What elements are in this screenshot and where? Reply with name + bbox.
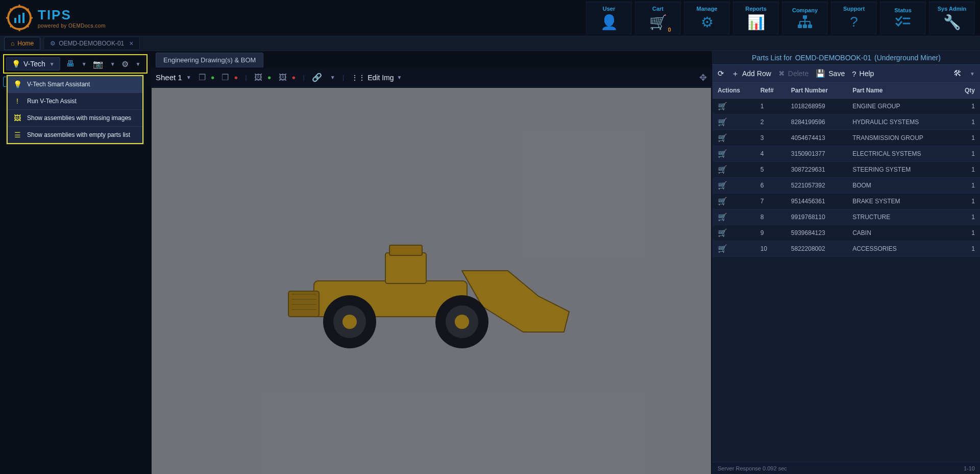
nav-tile-label: Status: [894, 7, 912, 13]
menu-label: Show assemblies with missing images: [27, 114, 131, 122]
parts-header-prefix: Parts List for: [752, 54, 792, 62]
link-icon[interactable]: 🔗: [312, 73, 322, 82]
nav-tile-user[interactable]: User👤: [586, 2, 632, 34]
cell-part-name: CABIN: [847, 225, 953, 241]
cell-qty: 1: [953, 241, 980, 257]
cell-qty: 1: [953, 209, 980, 225]
save-button[interactable]: 💾 Save: [816, 69, 845, 78]
edit-image-button[interactable]: ⋮⋮ Edit Img ▼: [351, 74, 402, 82]
add-to-cart-icon[interactable]: 🛒: [718, 197, 727, 205]
add-to-cart-icon[interactable]: 🛒: [718, 149, 727, 158]
add-to-cart-icon[interactable]: 🛒: [718, 212, 727, 221]
menu-missing-images[interactable]: 🖼 Show assemblies with missing images: [8, 110, 142, 127]
nav-tile-sys-admin[interactable]: Sys Admin🔧: [929, 2, 975, 34]
exclamation-icon: !: [13, 97, 22, 105]
col-actions[interactable]: Actions: [713, 83, 755, 99]
chevron-down-icon[interactable]: ▼: [82, 61, 87, 67]
nav-tile-cart[interactable]: Cart🛒0: [635, 2, 681, 34]
add-to-cart-icon[interactable]: 🛒: [718, 181, 727, 189]
cell-part-name: ELECTRICAL SYSTEMS: [847, 146, 953, 162]
nav-tile-company[interactable]: Company: [782, 2, 828, 34]
add-to-cart-icon[interactable]: 🛒: [718, 133, 727, 142]
table-row[interactable]: 🛒65221057392BOOM1: [713, 178, 980, 194]
cell-ref: 3: [755, 130, 786, 146]
nav-tile-reports[interactable]: Reports📊: [733, 2, 779, 34]
svg-rect-14: [803, 25, 807, 28]
sheet-selector[interactable]: Sheet 1 ▼: [156, 73, 191, 82]
cell-ref: 4: [755, 146, 786, 162]
settings-icon[interactable]: ⚙: [119, 58, 131, 70]
table-row[interactable]: 🛒105822208002ACCESSORIES1: [713, 241, 980, 257]
nav-tile-status[interactable]: Status: [880, 2, 926, 34]
tab-book[interactable]: ⚙ OEMD-DEMOBOOK-01 ×: [43, 37, 140, 50]
copy-sheet-icon[interactable]: ❐: [199, 73, 206, 82]
remove-sheet-icon[interactable]: ❐: [222, 73, 229, 82]
nav-tile-icon: 👤: [600, 14, 618, 31]
chevron-down-icon: ▼: [186, 75, 191, 80]
add-row-button[interactable]: ＋ Add Row: [731, 69, 771, 79]
row-range: 1-10: [964, 465, 975, 471]
nav-tile-label: Reports: [745, 6, 767, 12]
parts-table-area: Actions Ref# Part Number Part Name Qty 🛒…: [713, 83, 980, 462]
nav-tile-icon: [797, 15, 813, 29]
add-to-cart-icon[interactable]: 🛒: [718, 228, 727, 237]
cell-part-name: ACCESSORIES: [847, 241, 953, 257]
chevron-down-icon[interactable]: ▼: [970, 71, 975, 77]
chevron-down-icon[interactable]: ▼: [136, 61, 141, 67]
chevron-down-icon[interactable]: ▼: [330, 75, 335, 80]
refresh-button[interactable]: ⟳: [718, 69, 724, 78]
close-icon[interactable]: ×: [129, 39, 133, 48]
plus-icon: ＋: [731, 69, 739, 79]
table-row[interactable]: 🛒89919768110STRUCTURE1: [713, 209, 980, 225]
cell-ref: 9: [755, 225, 786, 241]
chevron-down-icon[interactable]: ▼: [110, 61, 115, 67]
tab-home[interactable]: ⌂ Home: [4, 37, 40, 50]
vtech-dropdown-button[interactable]: 💡 V-Tech ▼: [6, 57, 60, 70]
table-row[interactable]: 🛒28284199596HYDRAULIC SYSTEMS1: [713, 114, 980, 130]
table-row[interactable]: 🛒34054674413TRANSMISSION GROUP1: [713, 130, 980, 146]
move-handle-icon[interactable]: ✥: [699, 72, 707, 83]
menu-smart-assistant[interactable]: 💡 V-Tech Smart Assistant: [8, 76, 142, 93]
delete-button[interactable]: ✖ Delete: [778, 69, 808, 78]
nav-tile-icon: [895, 15, 911, 29]
col-part-number[interactable]: Part Number: [786, 83, 847, 99]
camera-icon[interactable]: 📷: [91, 58, 105, 70]
print-icon[interactable]: 🖶: [64, 58, 77, 69]
col-qty[interactable]: Qty: [953, 83, 980, 99]
left-panel: 💡 V-Tech ▼ 🖶 ▼ 📷 ▼ ⚙ ▼ ex 💡 V-Tech Smart…: [0, 51, 151, 474]
cell-part-number: 5221057392: [786, 178, 847, 194]
cell-qty: 1: [953, 99, 980, 114]
add-to-cart-icon[interactable]: 🛒: [718, 165, 727, 174]
parts-toolbar: ⟳ ＋ Add Row ✖ Delete 💾 Save ? Help 🛠 ▼: [713, 64, 980, 83]
col-ref[interactable]: Ref#: [755, 83, 786, 99]
svg-rect-12: [803, 15, 807, 19]
drawing-canvas[interactable]: [152, 88, 711, 474]
add-to-cart-icon[interactable]: 🛒: [718, 102, 727, 110]
remove-image-icon[interactable]: 🖼: [279, 73, 287, 82]
col-part-name[interactable]: Part Name: [847, 83, 953, 99]
cell-part-number: 9514456361: [786, 194, 847, 209]
add-to-cart-icon[interactable]: 🛒: [718, 244, 727, 253]
cell-qty: 1: [953, 178, 980, 194]
add-image-icon[interactable]: 🖼: [254, 73, 262, 82]
add-to-cart-icon[interactable]: 🛒: [718, 117, 727, 126]
page-tabs: ⌂ Home ⚙ OEMD-DEMOBOOK-01 ×: [0, 36, 980, 51]
tools-icon[interactable]: 🛠: [953, 69, 962, 78]
tab-engineering-bom[interactable]: Engineering Drawing(s) & BOM: [156, 53, 263, 67]
nav-tile-support[interactable]: Support?: [831, 2, 877, 34]
cell-part-number: 5822208002: [786, 241, 847, 257]
cell-qty: 1: [953, 162, 980, 178]
nav-tile-manage[interactable]: Manage⚙: [684, 2, 730, 34]
menu-empty-parts[interactable]: ☰ Show assemblies with empty parts list: [8, 127, 142, 143]
menu-run-assist[interactable]: ! Run V-Tech Assist: [8, 93, 142, 110]
table-row[interactable]: 🛒79514456361BRAKE SYSTEM1: [713, 194, 980, 209]
nav-tile-label: Company: [792, 7, 818, 13]
delete-label: Delete: [788, 69, 808, 78]
drag-dots-icon: ⋮⋮: [351, 74, 365, 82]
plus-icon: ●: [267, 74, 272, 81]
table-row[interactable]: 🛒95939684123CABIN1: [713, 225, 980, 241]
table-row[interactable]: 🛒11018268959ENGINE GROUP1: [713, 99, 980, 114]
table-row[interactable]: 🛒43150901377ELECTRICAL SYSTEMS1: [713, 146, 980, 162]
help-button[interactable]: ? Help: [852, 69, 874, 78]
table-row[interactable]: 🛒53087229631STEERING SYSTEM1: [713, 162, 980, 178]
